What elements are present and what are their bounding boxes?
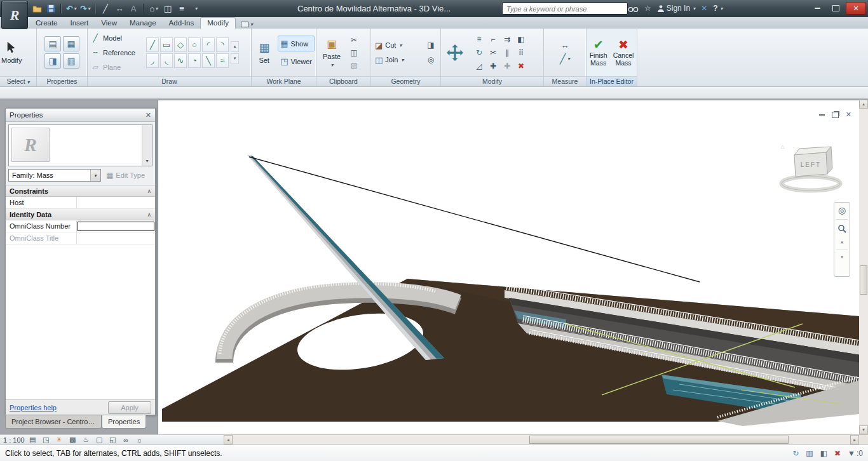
type-selector-dropdown[interactable]: ▾ [142, 125, 152, 166]
center-ends-arc-icon[interactable]: ◝ [216, 37, 229, 52]
undo-button[interactable]: ↶▾ [65, 2, 78, 15]
palette-close-icon[interactable]: ✕ [146, 111, 151, 119]
close-button[interactable]: ✕ [846, 2, 866, 15]
start-end-radius-arc-icon[interactable]: ◜ [202, 37, 215, 52]
property-row-omniclass-title[interactable]: OmniClass Title [6, 232, 155, 244]
wall-joins-icon[interactable]: ◎ [425, 54, 437, 65]
finish-mass-button[interactable]: ✔ Finish Mass [590, 39, 607, 67]
shadows-icon[interactable]: ▩ [67, 436, 78, 444]
family-parameters-icon[interactable]: ▥ [63, 53, 79, 69]
save-icon[interactable] [44, 2, 57, 15]
draw-mode-reference[interactable]: ╌Reference [89, 45, 142, 60]
viewcube[interactable]: LEFT ⌂ [778, 141, 844, 194]
app-menu-button[interactable]: R [1, 1, 28, 29]
show-work-plane-button[interactable]: ▦Show [278, 36, 315, 51]
worksharing-status-icon[interactable]: ↻ [792, 449, 799, 458]
properties-help-link[interactable]: Properties help [10, 404, 57, 411]
aligned-dimension-icon[interactable]: ↔ [113, 2, 126, 15]
view-minimize-button[interactable] [819, 114, 825, 116]
partial-ellipse-tool-icon[interactable]: ≈ [216, 53, 229, 68]
tangent-arc-icon[interactable]: ◞ [146, 53, 159, 68]
family-category-icon[interactable]: ◨ [44, 53, 61, 69]
panel-label-select[interactable]: Select ▾ [0, 76, 36, 86]
measure-tool-button[interactable]: ╱ ▾ [560, 53, 570, 65]
host-value-cell[interactable] [77, 197, 155, 208]
match-type-icon[interactable]: ▧ [348, 60, 360, 71]
3d-view-canvas[interactable] [158, 100, 859, 434]
visual-style-icon[interactable]: ◳ [41, 436, 51, 444]
reveal-hidden-elements-icon[interactable]: ☼ [134, 436, 145, 444]
cope-tool-icon[interactable]: ⌐ [487, 33, 499, 45]
search-input[interactable] [502, 3, 628, 15]
tab-insert[interactable]: Insert [64, 18, 95, 29]
cut-to-clipboard-icon[interactable]: ✂ [348, 34, 360, 46]
tab-project-browser[interactable]: Project Browser - Centro de ... [5, 415, 102, 429]
open-icon[interactable] [31, 2, 43, 15]
omniclass-number-input[interactable] [78, 222, 154, 231]
collapse-icon[interactable]: ∧ [147, 211, 151, 218]
ellipse-tool-icon[interactable]: ◔ [188, 53, 201, 68]
horizontal-scrollbar[interactable]: ◂ ▸ [224, 434, 859, 444]
property-row-omniclass-number[interactable]: OmniClass Number [6, 220, 155, 232]
view-close-button[interactable]: ✕ [846, 110, 851, 119]
temporary-hide-isolate-icon[interactable]: ∞ [121, 436, 132, 444]
group-header-constraints[interactable]: Constraints ∧ [6, 185, 155, 197]
zoom-tool-icon[interactable] [837, 224, 846, 236]
rotate-tool-icon[interactable]: ↻ [473, 46, 485, 58]
help-button[interactable]: ?▾ [713, 4, 722, 13]
horizontal-scroll-track[interactable] [233, 435, 850, 444]
move-tool-button[interactable] [442, 30, 468, 75]
trim-tool-icon[interactable]: ✂ [487, 46, 499, 58]
scroll-down-arrow[interactable]: ▾ [859, 425, 868, 434]
scale-button[interactable]: 1 : 100 [3, 436, 25, 444]
exclude-options-icon[interactable]: ✖ [834, 449, 841, 458]
navbar-more-chevron-icon[interactable]: ▾ [841, 255, 843, 260]
apply-coping-icon[interactable]: ◨ [425, 39, 437, 51]
draw-mode-model[interactable]: ╱Model [89, 30, 142, 45]
collapse-icon[interactable]: ∧ [147, 188, 151, 194]
minimize-button[interactable] [809, 3, 825, 14]
pin-tool-icon[interactable]: ✚ [487, 60, 499, 72]
design-options-status-icon[interactable]: ◧ [820, 449, 827, 458]
tab-create[interactable]: Create [29, 18, 64, 29]
view-restore-button[interactable] [832, 112, 839, 118]
exchange-apps-icon[interactable]: ✕ [701, 4, 707, 13]
fillet-arc-icon[interactable]: ◟ [160, 53, 173, 68]
pick-lines-tool-icon[interactable]: ╲ [202, 53, 215, 68]
family-types-icon[interactable]: ▦ [63, 36, 79, 51]
align-tool-icon[interactable]: ≡ [473, 33, 485, 45]
sun-path-icon[interactable]: ☀ [54, 436, 65, 444]
inscribed-polygon-tool-icon[interactable]: ◇ [174, 37, 187, 52]
horizontal-scroll-thumb[interactable] [529, 436, 789, 444]
vertical-scrollbar[interactable]: ▴ ▾ [859, 100, 868, 434]
aligned-dimension-tool-icon[interactable]: ↔ [561, 41, 569, 50]
mirror-tool-icon[interactable]: ◧ [515, 33, 527, 45]
cancel-mass-button[interactable]: ✖ Cancel Mass [613, 39, 634, 67]
paste-button[interactable]: ▣ Paste ▾ [318, 30, 346, 75]
copy-to-clipboard-icon[interactable]: ◫ [348, 47, 360, 58]
rectangle-tool-icon[interactable]: ▭ [160, 37, 173, 52]
modify-tool-button[interactable]: Modify [1, 30, 22, 75]
measure-icon[interactable]: ╱ [99, 2, 112, 15]
palette-header[interactable]: Properties ✕ [6, 109, 155, 122]
redo-button[interactable]: ↷▾ [79, 2, 92, 15]
tab-view[interactable]: View [95, 18, 123, 29]
default-3d-view-button[interactable]: ⌂▾ [147, 2, 160, 15]
property-row-host[interactable]: Host [6, 197, 155, 209]
section-icon[interactable]: ◫ [161, 2, 174, 15]
offset-tool-icon[interactable]: ⇉ [501, 33, 513, 45]
sign-in-button[interactable]: Sign In ▾ [657, 4, 695, 13]
crop-region-visibility-icon[interactable]: ◱ [107, 436, 118, 444]
rendering-dialog-icon[interactable]: ♨ [81, 436, 92, 444]
family-filter-combo[interactable]: Family: Mass ▾ [8, 169, 101, 182]
tab-manage[interactable]: Manage [123, 18, 163, 29]
vertical-scroll-thumb[interactable] [860, 265, 867, 295]
scroll-left-arrow[interactable]: ◂ [224, 435, 233, 444]
scroll-up-arrow[interactable]: ▴ [859, 100, 868, 109]
line-tool-icon[interactable]: ╱ [146, 37, 159, 52]
selection-filter-control[interactable]: ▼ :0 [848, 449, 863, 458]
array-tool-icon[interactable]: ⠿ [515, 46, 527, 58]
zoom-options-chevron-icon[interactable]: ▾ [841, 240, 843, 245]
gallery-scroll-up[interactable]: ▴ [231, 41, 239, 52]
gallery-scroll-down[interactable]: ▾ [231, 53, 239, 64]
